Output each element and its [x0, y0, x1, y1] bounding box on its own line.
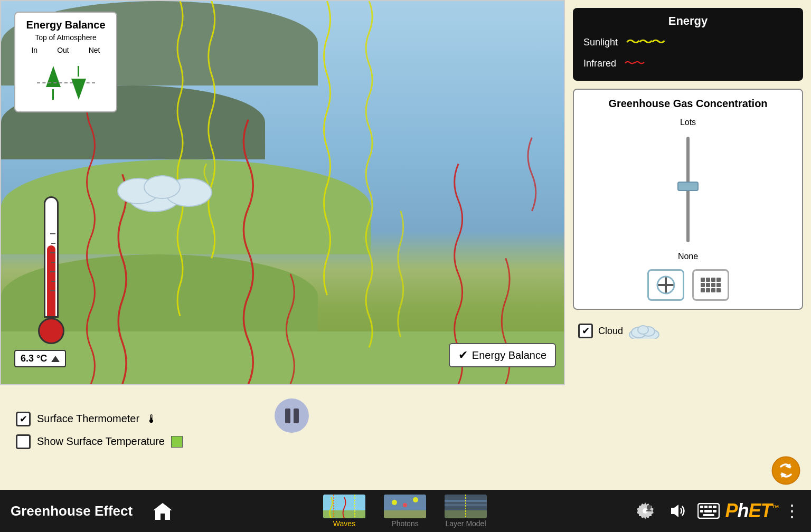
svg-rect-26 — [700, 506, 703, 508]
svg-rect-32 — [713, 510, 716, 512]
waves-tab-label: Waves — [333, 519, 355, 528]
tab-waves[interactable]: Waves — [315, 492, 373, 530]
surface-thermometer-row: ✔ Surface Thermometer 🌡 — [16, 412, 183, 426]
svg-rect-31 — [704, 510, 712, 512]
photons-thumb — [384, 495, 426, 518]
energy-arrows-diagram — [22, 61, 110, 105]
plus-icon — [656, 276, 675, 294]
ghg-add-button[interactable] — [647, 269, 684, 301]
svg-point-16 — [413, 497, 418, 502]
ghg-concentration-panel: Greenhouse Gas Concentration Lots None — [573, 89, 803, 310]
col-net: Net — [89, 46, 100, 54]
grid-icon — [701, 278, 721, 292]
temperature-value: 6.3 °C — [21, 353, 47, 364]
pause-icon — [285, 408, 299, 423]
more-options-button[interactable]: ⋮ — [784, 501, 800, 521]
nav-title: Greenhouse Effect — [11, 503, 148, 519]
thermometer-visual — [38, 196, 64, 344]
sunlight-label: Sunlight — [583, 37, 618, 48]
thermometer-bulb — [38, 318, 64, 344]
cloud-checkbox-row: ✔ Cloud — [573, 318, 803, 344]
photons-tab-preview — [384, 495, 426, 518]
sunlight-wave-icon: 〜〜〜 — [626, 32, 664, 52]
show-surface-temp-row: Show Surface Temperature — [16, 434, 183, 449]
svg-rect-13 — [384, 510, 426, 518]
energy-balance-cols: In Out Net — [22, 46, 110, 54]
waves-tab-preview — [323, 495, 365, 518]
energy-balance-subtitle: Top of Atmosphere — [22, 33, 110, 42]
layers-thumb — [445, 495, 487, 518]
cloud-checkmark-icon: ✔ — [582, 325, 590, 337]
arrow-up-icon — [46, 66, 61, 87]
keyboard-button[interactable] — [696, 499, 720, 523]
tab-layer-model[interactable]: Layer Model — [437, 492, 495, 530]
refresh-icon — [771, 456, 800, 485]
arrow-up-stem — [52, 89, 54, 100]
svg-rect-28 — [709, 506, 712, 508]
ghg-panel-title: Greenhouse Gas Concentration — [582, 98, 794, 110]
col-out: Out — [57, 46, 69, 54]
show-surface-temp-checkbox[interactable] — [16, 434, 31, 449]
temperature-arrow-btn[interactable] — [51, 356, 60, 362]
svg-point-6 — [638, 326, 648, 334]
energy-balance-check-icon: ✔ — [458, 348, 468, 362]
cloud-part — [144, 175, 181, 199]
pause-bar-left — [285, 408, 290, 423]
home-icon — [152, 501, 173, 521]
tab-photons[interactable]: Photons — [376, 492, 434, 530]
energy-balance-title: Energy Balance — [22, 19, 110, 31]
thermometer-tube — [44, 196, 59, 318]
sound-icon — [667, 501, 687, 521]
svg-rect-29 — [713, 506, 716, 508]
refresh-button[interactable] — [771, 456, 800, 487]
infrared-row: Infrared 〜〜 — [583, 55, 793, 71]
layers-tab-preview — [445, 495, 487, 518]
cloud-mini-icon — [628, 323, 660, 339]
svg-point-14 — [392, 500, 397, 505]
col-in: In — [31, 46, 37, 54]
ghg-lots-label: Lots — [680, 118, 696, 127]
energy-balance-button[interactable]: ✔ Energy Balance — [449, 343, 556, 367]
waves-thumb — [323, 495, 365, 518]
phet-logo-text: PhET™ — [725, 500, 778, 522]
balance-dashed-line — [37, 82, 95, 83]
ghg-buttons-row — [582, 269, 794, 301]
infrared-label: Infrared — [583, 58, 616, 69]
energy-legend-title: Energy — [583, 14, 793, 28]
home-button[interactable] — [148, 497, 177, 526]
cloud-checkbox[interactable]: ✔ — [578, 324, 593, 338]
layer-model-tab-label: Layer Model — [445, 519, 486, 528]
phet-logo[interactable]: PhET™ — [728, 499, 776, 523]
nav-tabs: Waves Photons — [177, 492, 633, 530]
thermometer-small-icon: 🌡 — [146, 412, 157, 426]
right-panel: Energy Sunlight 〜〜〜 Infrared 〜〜 Greenhou… — [565, 0, 811, 385]
nav-bar: Greenhouse Effect Waves — [0, 490, 811, 532]
ghg-slider-track — [686, 137, 690, 242]
photons-tab-label: Photons — [391, 519, 418, 528]
controls-column: ✔ Surface Thermometer 🌡 Show Surface Tem… — [16, 412, 183, 449]
temperature-display: 6.3 °C — [14, 350, 66, 367]
show-surface-temp-label: Show Surface Temperature — [37, 435, 165, 448]
svg-marker-24 — [671, 505, 678, 517]
keyboard-icon — [697, 503, 720, 519]
pause-button[interactable] — [275, 398, 309, 433]
surface-temp-color-swatch — [171, 436, 183, 448]
surface-thermometer-checkbox[interactable]: ✔ — [16, 412, 31, 426]
svg-point-15 — [403, 503, 407, 507]
surface-therm-checkmark: ✔ — [20, 413, 27, 425]
energy-balance-btn-label: Energy Balance — [472, 349, 546, 362]
ghg-slider-container: Lots None — [582, 118, 794, 261]
pause-bar-right — [294, 408, 299, 423]
energy-legend-panel: Energy Sunlight 〜〜〜 Infrared 〜〜 — [573, 8, 803, 81]
ghg-none-label: None — [678, 252, 698, 261]
svg-point-34 — [772, 457, 800, 484]
settings-button[interactable] — [633, 499, 657, 523]
nav-right-controls: PhET™ ⋮ — [633, 499, 800, 523]
settings-icon — [635, 501, 655, 521]
sunlight-row: Sunlight 〜〜〜 — [583, 32, 793, 52]
arrow-down-stem — [78, 66, 79, 77]
ghg-slider-thumb[interactable] — [677, 182, 699, 191]
ghg-grid-button[interactable] — [692, 269, 729, 301]
cloud-label: Cloud — [598, 326, 623, 337]
sound-button[interactable] — [665, 499, 689, 523]
